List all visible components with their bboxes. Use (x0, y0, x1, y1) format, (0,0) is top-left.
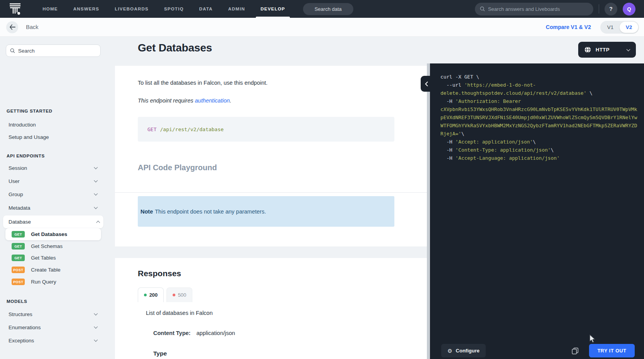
sidebar-item-label: Exceptions (9, 338, 34, 344)
back-label: Back (26, 24, 38, 30)
configure-button[interactable]: ⚙ Configure (441, 344, 486, 357)
get-method-badge: GET (12, 231, 25, 238)
sidebar-search-box[interactable] (6, 44, 101, 57)
sidebar-item-group[interactable]: Group (9, 188, 101, 200)
chevron-down-icon (94, 312, 98, 316)
note-callout: Note This endpoint does not take any par… (138, 196, 394, 227)
global-search-box[interactable] (475, 3, 593, 15)
nav-tab-data[interactable]: DATA (192, 0, 221, 18)
code-line: curl -X GET \ (440, 73, 638, 81)
sidebar-item-run-query[interactable]: POST Run Query (5, 276, 101, 288)
help-button[interactable]: ? (605, 3, 617, 15)
chevron-down-icon (94, 205, 98, 209)
tab-response-200[interactable]: 200 (138, 287, 164, 302)
sidebar-item-exceptions[interactable]: Exceptions (9, 335, 101, 346)
sidebar-item-introduction[interactable]: Introduction (9, 119, 101, 130)
api-endpoints-heading: API ENDPOINTS (7, 154, 45, 158)
chevron-down-icon (94, 325, 98, 329)
nav-tab-admin[interactable]: ADMIN (221, 0, 253, 18)
footer-right-group: TRY IT OUT (569, 344, 635, 357)
sidebar-search-input[interactable] (18, 48, 96, 54)
nav-tab-home[interactable]: HOME (35, 0, 65, 18)
nav-tab-spotiq[interactable]: SPOTIQ (156, 0, 192, 18)
app-screen: HOME ANSWERS LIVEBOARDS SPOTIQ DATA ADMI… (0, 0, 644, 359)
sidebar-item-label: Create Table (31, 267, 60, 273)
endpoint-method: GET (147, 127, 156, 132)
code-line: WTFOMGhYVkRaSVYxbHBWM2MxYzNGS2QybzFTamRY… (440, 121, 638, 130)
sidebar-item-label: Get Schemas (31, 243, 63, 249)
sidebar-item-get-databases[interactable]: GET Get Databases (5, 228, 101, 240)
code-line: delete.thoughtspotdev.cloud/api/rest/v2/… (440, 89, 638, 97)
type-heading: Type (153, 350, 167, 357)
post-method-badge: POST (12, 279, 25, 285)
compare-v1-v2-link[interactable]: Compare V1 & V2 (546, 24, 591, 30)
tab-label: 500 (178, 292, 187, 298)
red-status-dot (173, 294, 175, 296)
collapse-panel-button[interactable] (421, 76, 432, 92)
auth-prefix: This endpoint requires (138, 97, 193, 104)
global-search-input[interactable] (488, 6, 588, 12)
configure-label: Configure (456, 348, 480, 354)
version-toggle: V1 V2 (600, 21, 639, 34)
sidebar-item-get-schemas[interactable]: GET Get Schemas (5, 240, 101, 252)
http-language-selector[interactable]: HTTP (578, 42, 636, 58)
sidebar-item-enumerations[interactable]: Enumerations (9, 321, 101, 333)
tab-response-500[interactable]: 500 (166, 287, 192, 302)
nav-tab-develop[interactable]: DEVELOP (253, 0, 293, 18)
content-type-label: Content Type: (153, 330, 190, 336)
nav-tab-liveboards[interactable]: LIVEBOARDS (107, 0, 156, 18)
v1-toggle-button[interactable]: V1 (601, 22, 620, 33)
nav-tabs: HOME ANSWERS LIVEBOARDS SPOTIQ DATA ADMI… (35, 0, 293, 18)
thoughtspot-logo-icon[interactable] (9, 2, 22, 15)
sidebar-item-label: Enumerations (9, 325, 41, 330)
v2-toggle-button[interactable]: V2 (620, 22, 638, 33)
arrow-left-icon (9, 24, 15, 30)
sidebar-item-database[interactable]: Database (3, 215, 103, 228)
sidebar-item-create-table[interactable]: POST Create Table (5, 264, 101, 276)
code-line: -H 'Authorization: Bearer (440, 97, 638, 105)
back-button[interactable] (6, 21, 18, 33)
responses-heading: Responses (138, 269, 181, 278)
panel-scrollbar[interactable] (427, 63, 430, 359)
try-it-out-button[interactable]: TRY IT OUT (589, 344, 635, 357)
curl-code-block[interactable]: curl -X GET \ --url 'https://embed-1-do-… (440, 73, 638, 162)
content-type-value: application/json (196, 330, 235, 336)
authentication-link[interactable]: authentication (195, 97, 230, 104)
sidebar-item-session[interactable]: Session (9, 162, 101, 174)
code-line: -H 'Content-Type: application/json'\ (440, 146, 638, 154)
search-icon (480, 6, 485, 12)
sidebar-item-label: Metadata (9, 205, 30, 211)
page-title: Get Databases (138, 42, 212, 54)
sidebar-item-label: Session (9, 165, 27, 171)
responses-card: Responses 200 500 List of databases in F… (115, 258, 427, 359)
subbar-right-group: Compare V1 & V2 V1 V2 (546, 21, 639, 34)
code-line: pEVXdNREF3TUNSRVJXdFNiSE40Umpjd00xWlZUVW… (440, 113, 638, 121)
getting-started-heading: GETTING STARTED (7, 109, 52, 113)
note-label: Note (140, 209, 153, 215)
sidebar-item-get-tables[interactable]: GET Get Tables (5, 252, 101, 264)
chevron-left-icon (425, 82, 428, 86)
endpoint-description: To list all the databases in Falcon, use… (138, 80, 267, 86)
green-status-dot (144, 294, 147, 296)
sidebar-item-user[interactable]: User (9, 175, 101, 187)
sidebar-item-setup-and-usage[interactable]: Setup and Usage (9, 131, 101, 143)
sidebar-item-structures[interactable]: Structures (9, 308, 101, 320)
nav-right-group: ? Q (475, 3, 635, 15)
search-data-button[interactable]: Search data (303, 3, 353, 15)
nav-divider (599, 4, 599, 14)
search-icon (10, 48, 15, 53)
sidebar: GETTING STARTED Introduction Setup and U… (0, 37, 106, 359)
nav-tab-answers[interactable]: ANSWERS (65, 0, 107, 18)
sidebar-item-metadata[interactable]: Metadata (9, 202, 101, 214)
http-label: HTTP (596, 47, 610, 53)
sidebar-item-label: User (9, 178, 20, 184)
user-avatar[interactable]: Q (623, 3, 635, 15)
panel-footer: ⚙ Configure TRY IT OUT (441, 344, 635, 357)
code-line: cXVpbnRvbi53YWxsQHRob3VnaHRzcG90LmNvbTpK… (440, 105, 638, 113)
code-line: RjejA='\ (440, 130, 638, 138)
chevron-down-icon (627, 47, 630, 51)
endpoint-code-block: GET /api/rest/v2/database (138, 117, 394, 142)
chevron-down-icon (94, 192, 98, 196)
copy-code-button[interactable] (569, 344, 582, 357)
top-navigation-bar: HOME ANSWERS LIVEBOARDS SPOTIQ DATA ADMI… (0, 0, 644, 18)
